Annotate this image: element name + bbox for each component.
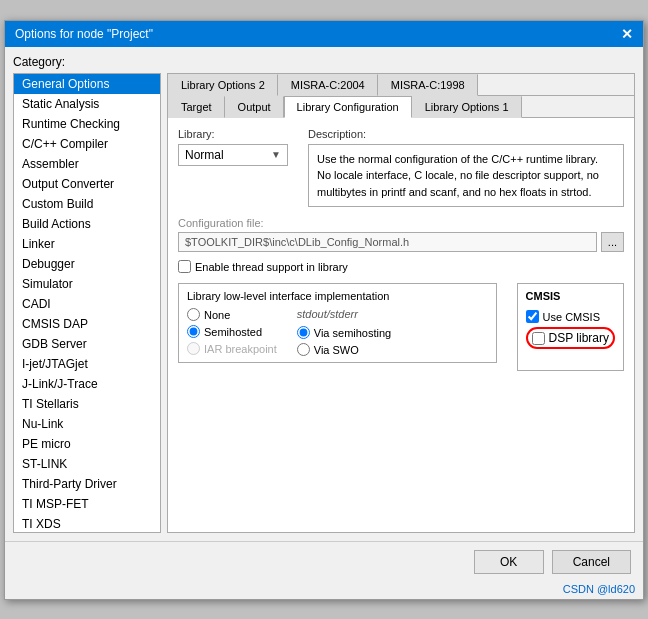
sidebar-item-cadi[interactable]: CADI [14, 294, 160, 314]
category-label: Category: [13, 55, 635, 69]
radio-semihosted-input[interactable] [187, 325, 200, 338]
library-value: Normal [185, 148, 224, 162]
dialog-title: Options for node "Project" [15, 27, 153, 41]
sidebar-item-output-converter[interactable]: Output Converter [14, 174, 160, 194]
dialog-footer: OK Cancel [5, 541, 643, 582]
cmsis-title: CMSIS [526, 290, 615, 302]
sidebar-item-ti-mspfet[interactable]: TI MSP-FET [14, 494, 160, 514]
radio-iar-breakpoint: IAR breakpoint [187, 342, 277, 355]
tabs-row1: Library Options 2 MISRA-C:2004 MISRA-C:1… [168, 74, 634, 96]
radio-col-2: stdout/stderr Via semihosting Via SWO [297, 308, 391, 356]
title-bar: Options for node "Project" ✕ [5, 21, 643, 47]
thread-support-label: Enable thread support in library [195, 261, 348, 273]
tab-target[interactable]: Target [168, 96, 225, 118]
tab-library-options-2[interactable]: Library Options 2 [168, 74, 278, 96]
radio-semihosted: Semihosted [187, 325, 277, 338]
dsp-library-highlight: DSP library [526, 327, 615, 349]
radio-iar-breakpoint-input[interactable] [187, 342, 200, 355]
use-cmsis-label: Use CMSIS [543, 311, 600, 323]
use-cmsis-checkbox[interactable] [526, 310, 539, 323]
description-label: Description: [308, 128, 624, 140]
sidebar-item-debugger[interactable]: Debugger [14, 254, 160, 274]
sidebar-item-linker[interactable]: Linker [14, 234, 160, 254]
radio-col-1: None Semihosted IAR breakpoint [187, 308, 277, 356]
bottom-row: Library low-level interface implementati… [178, 283, 624, 371]
sidebar-item-general-options[interactable]: General Options [14, 74, 160, 94]
sidebar-item-stlink[interactable]: ST-LINK [14, 454, 160, 474]
radio-iar-breakpoint-label: IAR breakpoint [204, 343, 277, 355]
close-button[interactable]: ✕ [621, 27, 633, 41]
tab-misra-2004[interactable]: MISRA-C:2004 [278, 74, 378, 96]
sidebar-item-assembler[interactable]: Assembler [14, 154, 160, 174]
ok-button[interactable]: OK [474, 550, 544, 574]
content-panel: Library Options 2 MISRA-C:2004 MISRA-C:1… [167, 73, 635, 533]
library-col: Library: Normal ▼ [178, 128, 288, 208]
config-file-label: Configuration file: [178, 217, 624, 229]
sidebar-item-jlink[interactable]: J-Link/J-Trace [14, 374, 160, 394]
radio-via-swo-label: Via SWO [314, 344, 359, 356]
low-level-title: Library low-level interface implementati… [187, 290, 488, 302]
radio-via-semihosting-label: Via semihosting [314, 327, 391, 339]
options-dialog: Options for node "Project" ✕ Category: G… [4, 20, 644, 600]
sidebar-item-third-party[interactable]: Third-Party Driver [14, 474, 160, 494]
stdout-stderr-title: stdout/stderr [297, 308, 391, 320]
radio-via-swo-input[interactable] [297, 343, 310, 356]
thread-support-row: Enable thread support in library [178, 260, 624, 273]
radio-via-semihosting-input[interactable] [297, 326, 310, 339]
sidebar-item-ti-stellaris[interactable]: TI Stellaris [14, 394, 160, 414]
sidebar-item-ti-xds[interactable]: TI XDS [14, 514, 160, 533]
tab-output[interactable]: Output [225, 96, 284, 118]
config-file-input[interactable] [178, 232, 597, 252]
config-file-section: Configuration file: ... [178, 217, 624, 252]
description-col: Description: Use the normal configuratio… [308, 128, 624, 208]
sidebar-item-custom-build[interactable]: Custom Build [14, 194, 160, 214]
library-dropdown[interactable]: Normal ▼ [178, 144, 288, 166]
sidebar-item-static-analysis[interactable]: Static Analysis [14, 94, 160, 114]
sidebar-item-runtime-checking[interactable]: Runtime Checking [14, 114, 160, 134]
sidebar-item-ijet[interactable]: I-jet/JTAGjet [14, 354, 160, 374]
browse-button[interactable]: ... [601, 232, 624, 252]
watermark: CSDN @ld620 [563, 583, 635, 595]
sidebar-item-pe-micro[interactable]: PE micro [14, 434, 160, 454]
sidebar-item-cmsis-dap[interactable]: CMSIS DAP [14, 314, 160, 334]
library-label: Library: [178, 128, 288, 140]
radio-columns: None Semihosted IAR breakpoint [187, 308, 488, 356]
tabs-row2: Target Output Library Configuration Libr… [168, 96, 634, 118]
radio-via-swo: Via SWO [297, 343, 391, 356]
thread-support-checkbox[interactable] [178, 260, 191, 273]
library-description-row: Library: Normal ▼ Description: Use the n… [178, 128, 624, 208]
sidebar-item-build-actions[interactable]: Build Actions [14, 214, 160, 234]
radio-via-semihosting: Via semihosting [297, 326, 391, 339]
tab-content: Library: Normal ▼ Description: Use the n… [168, 118, 634, 532]
sidebar-item-nu-link[interactable]: Nu-Link [14, 414, 160, 434]
config-file-row: ... [178, 232, 624, 252]
radio-none-input[interactable] [187, 308, 200, 321]
radio-semihosted-label: Semihosted [204, 326, 262, 338]
sidebar-item-simulator[interactable]: Simulator [14, 274, 160, 294]
cancel-button[interactable]: Cancel [552, 550, 631, 574]
description-text: Use the normal configuration of the C/C+… [308, 144, 624, 208]
tab-library-configuration[interactable]: Library Configuration [284, 96, 412, 118]
low-level-section: Library low-level interface implementati… [178, 283, 497, 363]
dsp-library-label: DSP library [549, 331, 609, 345]
radio-none: None [187, 308, 277, 321]
sidebar-item-gdb-server[interactable]: GDB Server [14, 334, 160, 354]
dropdown-arrow-icon: ▼ [271, 149, 281, 160]
cmsis-section: CMSIS Use CMSIS DSP library [517, 283, 624, 371]
sidebar-item-cpp-compiler[interactable]: C/C++ Compiler [14, 134, 160, 154]
category-sidebar: General Options Static Analysis Runtime … [13, 73, 161, 533]
tab-misra-1998[interactable]: MISRA-C:1998 [378, 74, 478, 96]
use-cmsis-row: Use CMSIS [526, 310, 615, 323]
tab-library-options-1[interactable]: Library Options 1 [412, 96, 522, 118]
radio-none-label: None [204, 309, 230, 321]
dsp-library-checkbox[interactable] [532, 332, 545, 345]
